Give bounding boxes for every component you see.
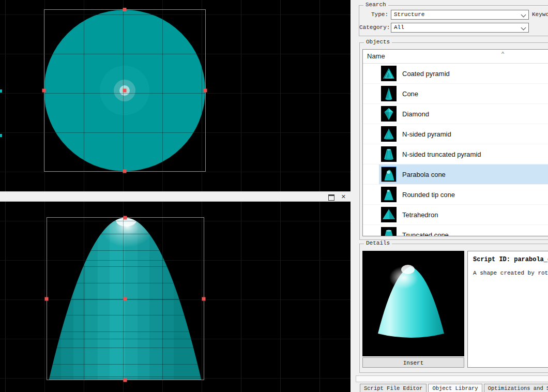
truncated-cone-icon xyxy=(381,227,397,236)
insert-button[interactable]: Insert xyxy=(362,357,464,368)
objects-list[interactable]: Name ^ Coated pyramid Cone xyxy=(362,49,548,236)
tab-script-file-editor[interactable]: Script File Editor xyxy=(360,384,427,392)
script-id-text: Script ID: parabola_c xyxy=(473,256,548,263)
side-view-canvas xyxy=(0,202,351,392)
selection-handle[interactable] xyxy=(42,89,46,93)
rounded-tip-cone-icon xyxy=(381,187,397,202)
list-item-coated-pyramid[interactable]: Coated pyramid xyxy=(363,64,548,84)
n-sided-truncated-pyramid-icon xyxy=(381,146,397,162)
list-item-tetrahedron[interactable]: Tetrahedron xyxy=(363,205,548,225)
list-item-label: N-sided pyramid xyxy=(402,130,451,138)
name-column-header[interactable]: Name xyxy=(367,52,385,60)
chevron-down-icon xyxy=(521,25,526,31)
list-item-n-sided-truncated-pyramid[interactable]: N-sided truncated pyramid xyxy=(363,144,548,164)
details-description: Script ID: parabola_c A shape created by… xyxy=(467,251,548,368)
tetrahedron-icon xyxy=(381,207,397,222)
coated-pyramid-icon xyxy=(381,66,397,81)
parabola-cone-icon xyxy=(381,167,397,182)
selection-handle[interactable] xyxy=(123,89,127,93)
category-combobox-value: All xyxy=(394,24,404,31)
selection-handle[interactable] xyxy=(204,89,207,93)
list-item-label: Parabola cone xyxy=(402,171,446,178)
sort-indicator-icon: ^ xyxy=(501,51,504,57)
type-combobox[interactable]: Structure xyxy=(391,10,529,20)
list-item-parabola-cone[interactable]: Parabola cone xyxy=(363,164,548,185)
type-label: Type: xyxy=(359,10,388,20)
cone-icon xyxy=(381,86,397,101)
list-item-cone[interactable]: Cone xyxy=(363,84,548,104)
objects-group: Objects Name ^ Coated pyramid xyxy=(359,42,548,240)
list-item-label: Cone xyxy=(402,90,418,98)
details-group: Details xyxy=(359,244,548,373)
details-group-label: Details xyxy=(364,240,392,246)
n-sided-pyramid-icon xyxy=(381,126,397,142)
top-view-canvas xyxy=(0,0,351,191)
list-item-label: Diamond xyxy=(402,110,429,118)
tab-object-library[interactable]: Object Library xyxy=(428,384,482,392)
list-item-label: Rounded tip cone xyxy=(402,191,455,199)
status-strip xyxy=(356,375,548,382)
float-window-icon[interactable] xyxy=(328,194,334,201)
viewport-top-view[interactable] xyxy=(0,0,351,191)
search-group: Search Type: Structure Keywor Category: … xyxy=(359,5,548,36)
keyword-label: Keywor xyxy=(532,10,548,20)
list-item-label: Tetrahedron xyxy=(402,211,438,219)
list-item-label: Coated pyramid xyxy=(402,70,450,78)
object-library-panel: Search Type: Structure Keywor Category: … xyxy=(351,0,548,392)
selection-handle[interactable] xyxy=(123,170,127,173)
list-item-label: N-sided truncated pyramid xyxy=(402,150,481,158)
category-label: Category: xyxy=(359,23,388,33)
objects-list-header[interactable]: Name ^ xyxy=(363,50,548,64)
axis-ticks xyxy=(0,89,2,137)
objects-group-label: Objects xyxy=(364,39,392,45)
selection-handle[interactable] xyxy=(124,379,127,382)
list-item-n-sided-pyramid[interactable]: N-sided pyramid xyxy=(363,124,548,144)
viewport-side-view[interactable] xyxy=(0,202,351,392)
selection-handle[interactable] xyxy=(124,216,127,220)
tab-optimizations-and-sweeps[interactable]: Optimizations and Sw xyxy=(484,384,548,392)
close-icon[interactable]: ✕ xyxy=(341,193,346,201)
list-item-rounded-tip-cone[interactable]: Rounded tip cone xyxy=(363,185,548,205)
category-combobox[interactable]: All xyxy=(391,23,529,33)
search-group-label: Search xyxy=(363,2,388,8)
selection-handle[interactable] xyxy=(202,297,206,301)
list-item-truncated-cone[interactable]: Truncated cone xyxy=(363,225,548,236)
bottom-tab-bar: Script File Editor Object Library Optimi… xyxy=(360,384,548,392)
selection-handle[interactable] xyxy=(124,297,127,301)
type-combobox-value: Structure xyxy=(394,11,424,18)
selection-handle[interactable] xyxy=(45,297,49,301)
list-item-diamond[interactable]: Diamond xyxy=(363,104,548,124)
diamond-icon xyxy=(381,106,397,122)
list-item-label: Truncated cone xyxy=(402,231,449,237)
chevron-down-icon xyxy=(521,12,526,18)
selection-handle[interactable] xyxy=(123,8,127,11)
bottom-pane-titlebar[interactable]: ✕ xyxy=(0,191,351,202)
shape-preview xyxy=(362,251,464,356)
description-text: A shape created by rotati xyxy=(473,270,548,276)
